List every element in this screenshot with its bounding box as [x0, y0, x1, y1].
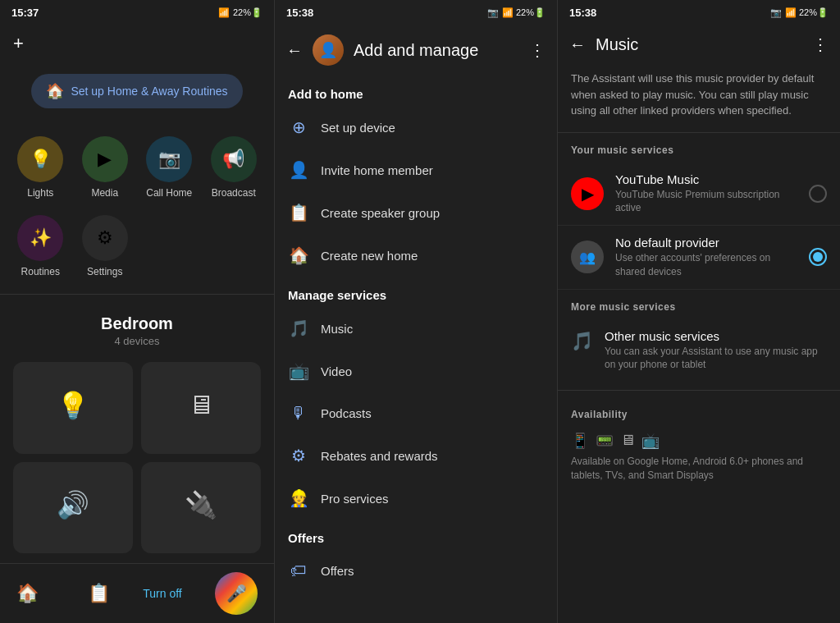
status-bar-p2: 15:38 📷 📶 22%🔋: [275, 0, 557, 25]
mic-fab-button[interactable]: [215, 572, 258, 615]
room-name: Bedroom: [13, 314, 261, 333]
device-display-icon: 🖥: [620, 432, 635, 450]
home-away-button[interactable]: 🏠 Set up Home & Away Routines: [31, 74, 242, 108]
other-music-sub: You can ask your Assistant to use any mu…: [605, 345, 827, 373]
setup-device-icon: ⊕: [288, 117, 309, 137]
device-card-speaker[interactable]: 🔊: [13, 462, 133, 554]
shortcut-media[interactable]: ▶ Media: [73, 128, 138, 207]
status-time-p1: 15:37: [11, 7, 39, 19]
display-icon: 🖥: [188, 390, 214, 420]
radio-inner-dot: [813, 252, 823, 262]
media-label: Media: [91, 187, 118, 199]
more-music-label: More music services: [558, 290, 840, 319]
routines-circle: ✨: [17, 215, 63, 261]
menu-create-new-home[interactable]: 🏠 Create new home: [275, 234, 557, 277]
menu-invite-member[interactable]: 👤 Invite home member: [275, 149, 557, 191]
p1-top: +: [0, 25, 274, 59]
status-icons-p3: 📷 📶 22%🔋: [770, 7, 829, 18]
broadcast-label: Broadcast: [212, 187, 256, 199]
rebates-menu-icon: ⚙: [288, 446, 309, 465]
bottom-nav: 🏠 📋: [16, 583, 110, 604]
shortcut-routines[interactable]: ✨ Routines: [8, 207, 73, 286]
status-time-p3: 15:38: [569, 7, 596, 19]
callhome-circle: 📷: [146, 136, 192, 182]
shortcut-broadcast[interactable]: 📢 Broadcast: [202, 128, 267, 207]
device-phone-icon: 📱: [571, 432, 589, 450]
setup-device-label: Set up device: [321, 121, 395, 135]
speaker-group-icon: 📋: [288, 203, 309, 222]
your-music-services-label: Your music services: [558, 133, 840, 163]
status-time-p2: 15:38: [286, 7, 313, 19]
shortcut-settings[interactable]: ⚙ Settings: [73, 207, 138, 286]
menu-setup-device[interactable]: ⊕ Set up device: [275, 106, 557, 149]
p3-header: ← Music ⋮: [558, 25, 840, 64]
status-bar-p1: 15:37 📶 22%🔋: [0, 0, 274, 25]
youtube-music-option[interactable]: ▶ YouTube Music YouTube Music Premium su…: [558, 163, 840, 227]
offers-label: Offers: [321, 564, 354, 578]
status-icons-p1: 📶 22%🔋: [218, 7, 262, 18]
speaker-group-label: Create speaker group: [321, 206, 440, 220]
house-icon: 🏠: [46, 82, 64, 100]
availability-text: Available on Google Home, Android 6.0+ p…: [571, 455, 827, 483]
panel-add-manage: 15:38 📷 📶 22%🔋 ← 👤 Add and manage ⋮ Add …: [275, 0, 558, 623]
p2-scroll-area: Add to home ⊕ Set up device 👤 Invite hom…: [275, 76, 557, 623]
p3-title: Music: [596, 35, 802, 54]
podcasts-menu-icon: 🎙: [288, 404, 309, 423]
other-music-option[interactable]: 🎵 Other music services You can ask your …: [558, 319, 840, 383]
back-button-p2[interactable]: ←: [286, 41, 303, 60]
status-bar-p3: 15:38 📷 📶 22%🔋: [558, 0, 840, 25]
settings-circle: ⚙: [82, 215, 128, 261]
panel-music: 15:38 📷 📶 22%🔋 ← Music ⋮ The Assistant w…: [558, 0, 840, 623]
no-default-radio[interactable]: [809, 248, 827, 266]
shortcut-lights[interactable]: 💡 Lights: [8, 128, 73, 207]
more-button-p2[interactable]: ⋮: [529, 40, 546, 60]
panel-google-home: 15:37 📶 22%🔋 + 🏠 Set up Home & Away Rout…: [0, 0, 275, 623]
pro-services-icon: 👷: [288, 488, 309, 508]
availability-label: Availability: [571, 409, 827, 425]
shortcut-grid: 💡 Lights ▶ Media 📷 Call Home 📢 Broadcast…: [0, 128, 274, 286]
device-tv-icon: 📺: [641, 432, 660, 450]
p1-bottom-bar: 🏠 📋 Turn off: [0, 563, 274, 623]
avatar: 👤: [313, 34, 344, 66]
home-nav-icon[interactable]: 🏠: [16, 583, 39, 604]
menu-offers[interactable]: 🏷 Offers: [275, 550, 557, 592]
offers-menu-icon: 🏷: [288, 561, 309, 580]
yt-music-name: YouTube Music: [615, 172, 797, 186]
menu-rebates[interactable]: ⚙ Rebates and rewards: [275, 434, 557, 477]
no-default-option[interactable]: 👥 No default provider Use other accounts…: [558, 226, 840, 290]
speaker-icon: 🔊: [57, 489, 89, 520]
more-button-p3[interactable]: ⋮: [812, 34, 829, 54]
no-default-name: No default provider: [615, 236, 797, 250]
menu-create-speaker-group[interactable]: 📋 Create speaker group: [275, 191, 557, 234]
add-icon[interactable]: +: [13, 33, 24, 53]
settings-label: Settings: [87, 266, 122, 277]
menu-video[interactable]: 📺 Video: [275, 350, 557, 392]
turn-off-button[interactable]: Turn off: [143, 587, 181, 600]
invite-member-label: Invite home member: [321, 163, 433, 177]
divider-p1: [0, 294, 274, 295]
device-tablet-icon: 📟: [596, 432, 614, 450]
availability-section: Availability 📱 📟 🖥 📺 Available on Google…: [558, 399, 840, 492]
device-card-display[interactable]: 🖥: [141, 362, 261, 454]
p2-title: Add and manage: [354, 41, 519, 60]
yt-music-radio[interactable]: [809, 185, 827, 203]
lights-label: Lights: [27, 187, 53, 199]
video-label: Video: [321, 364, 352, 378]
manage-services-label: Manage services: [275, 277, 557, 307]
yt-music-sub: YouTube Music Premium subscription activ…: [615, 188, 797, 216]
broadcast-circle: 📢: [211, 136, 257, 182]
status-icons-p2: 📷 📶 22%🔋: [487, 7, 546, 18]
routines-label: Routines: [21, 266, 60, 277]
plug-icon: 🔌: [185, 489, 217, 520]
menu-podcasts[interactable]: 🎙 Podcasts: [275, 392, 557, 434]
menu-music[interactable]: 🎵 Music: [275, 307, 557, 350]
device-card-lamp[interactable]: 💡: [13, 362, 133, 454]
list-nav-icon[interactable]: 📋: [88, 583, 110, 604]
home-away-label: Set up Home & Away Routines: [71, 85, 227, 98]
menu-pro-services[interactable]: 👷 Pro services: [275, 477, 557, 520]
create-home-label: Create new home: [321, 249, 418, 263]
lights-circle: 💡: [17, 136, 63, 182]
back-button-p3[interactable]: ←: [569, 35, 586, 54]
shortcut-callhome[interactable]: 📷 Call Home: [137, 128, 202, 207]
device-card-plug[interactable]: 🔌: [141, 462, 261, 554]
